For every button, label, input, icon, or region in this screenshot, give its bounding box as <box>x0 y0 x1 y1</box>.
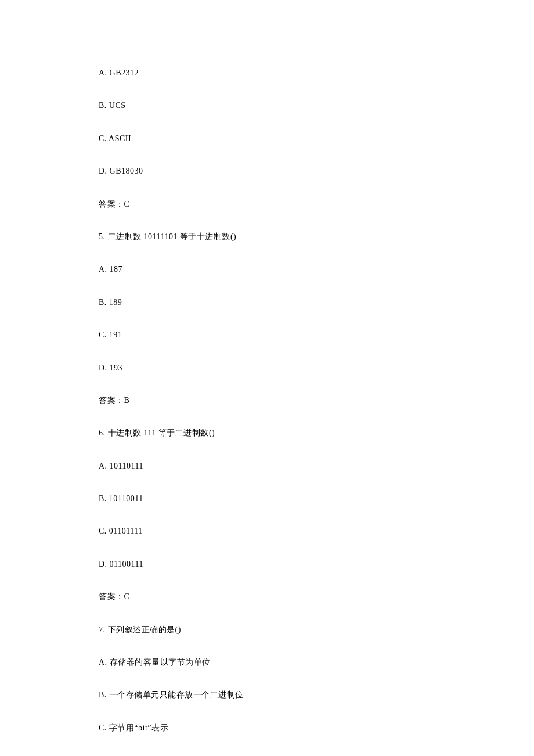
q7-option-c: C. 字节用“bit”表示 <box>99 722 435 735</box>
q5-option-b: B. 189 <box>99 296 435 309</box>
q4-option-c: C. ASCII <box>99 132 435 145</box>
q6-stem: 6. 十进制数 111 等于二进制数() <box>99 427 435 440</box>
q4-option-d: D. GB18030 <box>99 165 435 178</box>
q5-option-d: D. 193 <box>99 362 435 375</box>
q6-option-c: C. 01101111 <box>99 525 435 538</box>
q7-option-a: A. 存储器的容量以字节为单位 <box>99 656 435 669</box>
q5-stem: 5. 二进制数 10111101 等于十进制数() <box>99 231 435 243</box>
q7-option-b: B. 一个存储单元只能存放一个二进制位 <box>99 689 435 701</box>
q5-option-c: C. 191 <box>99 329 435 341</box>
q4-option-a: A. GB2312 <box>99 67 435 80</box>
q6-option-d: D. 01100111 <box>99 558 435 571</box>
q6-answer: 答案：C <box>99 591 435 603</box>
q5-option-a: A. 187 <box>99 263 435 276</box>
q7-stem: 7. 下列叙述正确的是() <box>99 624 435 636</box>
q4-option-b: B. UCS <box>99 99 435 112</box>
q4-answer: 答案：C <box>99 198 435 211</box>
q5-answer: 答案：B <box>99 394 435 407</box>
q6-option-b: B. 10110011 <box>99 492 435 505</box>
q6-option-a: A. 10110111 <box>99 460 435 473</box>
